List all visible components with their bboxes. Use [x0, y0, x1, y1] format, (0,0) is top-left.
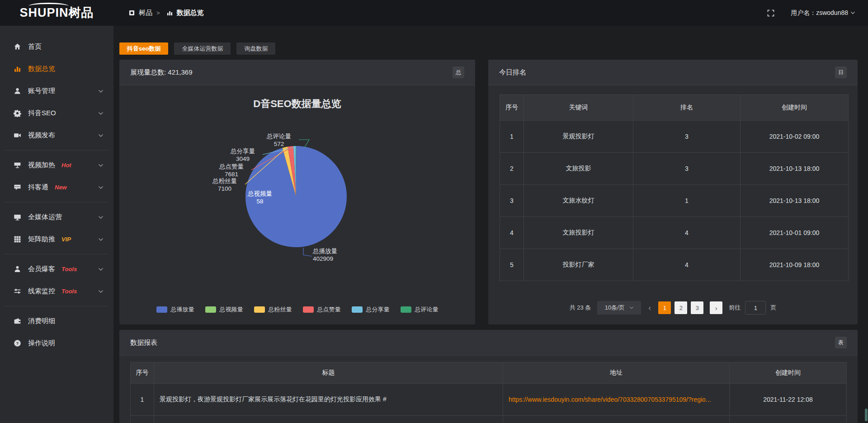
overview-panel: 展现量总数: 421,369 总 D音SEO数据量总览 总评论量 [119, 60, 475, 324]
legend-item[interactable]: 总点赞量 [303, 306, 341, 314]
next-page-button[interactable]: › [710, 301, 722, 314]
report-title-cell: 景观投影灯，夜游景观投影灯厂家展示展示落花灯在花园里的灯光投影应用效果 # [154, 384, 503, 416]
goto-page-input[interactable]: 1 [745, 301, 766, 315]
table-cell: 2 [500, 153, 524, 185]
tab-1[interactable]: 全媒体运营数据 [174, 42, 231, 55]
sidebar-item-matrix-boost[interactable]: 矩阵助推VIP [0, 228, 113, 250]
sidebar-item-member-baoke[interactable]: 会员爆客Tools [0, 258, 113, 280]
page-button-1[interactable]: 1 [658, 301, 671, 314]
legend-label: 总点赞量 [317, 306, 341, 314]
sidebar-item-operation-guide[interactable]: ?操作说明 [0, 332, 113, 354]
legend-item[interactable]: 总分享量 [352, 306, 390, 314]
sidebar-item-label: 操作说明 [28, 339, 55, 348]
sidebar-item-label: 全媒体运营 [28, 213, 62, 221]
panels-row: 展现量总数: 421,369 总 D音SEO数据量总览 总评论量 [119, 60, 868, 324]
tab-bar: 抖音seo数据全媒体运营数据询盘数据 [119, 42, 868, 55]
wallet-icon [14, 317, 21, 325]
fullscreen-icon[interactable] [767, 9, 774, 17]
legend-item[interactable]: 总评论量 [401, 306, 439, 314]
chevron-down-icon [98, 289, 104, 294]
table-cell: 4 [500, 217, 524, 249]
video-camera-icon [14, 132, 21, 139]
table-cell: 投影灯厂家 [524, 249, 633, 281]
sidebar-item-douyin-seo[interactable]: 抖音SEO [0, 102, 113, 124]
app-logo: SHUPIN树品 [19, 7, 94, 19]
report-panel-header: 数据报表 表 [119, 330, 858, 356]
report-time-cell: 2021-11-22 12:08 [730, 384, 847, 416]
prev-page-button[interactable]: ‹ [647, 304, 652, 312]
chevron-down-icon [98, 163, 104, 168]
monitor-icon [14, 213, 21, 221]
sidebar-item-label: 视频加热 [28, 161, 55, 169]
legend-item[interactable]: 总视频量 [205, 306, 243, 314]
table-cell: 3 [633, 153, 741, 185]
pie-label-shares: 总分享量 3049 [222, 147, 263, 163]
sidebar-item-label: 矩阵助推 [28, 235, 55, 244]
sidebar-item-data-overview[interactable]: 数据总览 [0, 58, 113, 80]
sidebar-item-omni-media-operation[interactable]: 全媒体运营 [0, 206, 113, 228]
legend-item[interactable]: 总播放量 [156, 306, 194, 314]
breadcrumb-current: 数据总览 [177, 9, 204, 17]
scrollbar-thumb[interactable] [865, 409, 868, 421]
table-row: 4文旅投影灯42021-10-01 09:00 [500, 217, 849, 249]
sidebar-item-consumption-details[interactable]: 消费明细 [0, 310, 113, 332]
tab-2[interactable]: 询盘数据 [236, 42, 275, 55]
username-label: 用户名：zswodun88 [791, 9, 848, 17]
overview-panel-title: 展现量总数: 421,369 [130, 68, 193, 77]
page-size-select[interactable]: 10条/页 [597, 301, 641, 315]
table-cell: 文旅投影 [524, 153, 633, 185]
overview-corner-button[interactable]: 总 [453, 66, 464, 78]
pie-label-videos: 总视频量 58 [240, 190, 280, 205]
sidebar-divider [5, 150, 109, 150]
chat-bubble-icon [14, 183, 21, 191]
column-header: 关键词 [524, 95, 633, 121]
tab-0[interactable]: 抖音seo数据 [119, 42, 168, 55]
sidebar-item-label: 首页 [28, 42, 42, 51]
table-cell: 景观投影灯 [524, 121, 633, 153]
page-button-3[interactable]: 3 [691, 301, 703, 314]
sidebar-item-label: 会员爆客 [28, 265, 55, 273]
legend-item[interactable]: 总粉丝量 [254, 306, 292, 314]
column-header: 创建时间 [730, 362, 847, 384]
legend-marker [303, 306, 314, 313]
chart-legend: 总播放量总视频量总粉丝量总点赞量总分享量总评论量 [119, 306, 475, 314]
scrollbar[interactable] [864, 26, 868, 423]
breadcrumb: 树品 > 数据总览 [129, 9, 204, 17]
table-row: 2文旅投影32021-10-13 18:00 [500, 153, 849, 185]
breadcrumb-root[interactable]: 树品 [139, 9, 152, 17]
svg-text:?: ? [16, 341, 19, 346]
sidebar-item-label: 消费明细 [28, 317, 55, 325]
bar-chart-icon [14, 65, 21, 73]
legend-label: 总粉丝量 [269, 306, 292, 314]
sidebar-item-home[interactable]: 首页 [0, 36, 113, 58]
chevron-down-icon [98, 215, 104, 220]
report-corner-button[interactable]: 表 [835, 337, 847, 348]
table-cell: 文旅投影灯 [524, 217, 633, 249]
chevron-down-icon [98, 267, 104, 272]
sliders-icon [14, 287, 21, 295]
table-cell: 4 [633, 217, 741, 249]
grid-icon [14, 235, 21, 243]
column-header: 标题 [154, 362, 503, 384]
sidebar-item-label: 账号管理 [28, 87, 55, 95]
page-button-2[interactable]: 2 [675, 301, 687, 314]
sidebar-item-lead-monitoring[interactable]: 线索监控Tools [0, 280, 113, 302]
sidebar-divider [5, 306, 109, 306]
ranking-corner-button[interactable]: 日 [835, 66, 847, 78]
pagination: 共 23 条 10条/页 ‹ 123 › 前往 1 页 [488, 301, 858, 315]
table-row: 1景观投影灯，夜游景观投影灯厂家展示展示落花灯在花园里的灯光投影应用效果 #ht… [131, 384, 847, 416]
breadcrumb-chart-icon [167, 10, 173, 16]
user-menu[interactable]: 用户名：zswodun88 [791, 9, 855, 17]
chevron-down-icon [850, 10, 855, 15]
column-header: 地址 [503, 362, 730, 384]
table-cell: 1 [131, 384, 154, 416]
sidebar-item-douketong[interactable]: 抖客通New [0, 176, 113, 198]
report-link[interactable]: https://www.iesdouyin.com/share/video/70… [509, 396, 711, 403]
sidebar-item-video-heating[interactable]: 视频加热Hot [0, 154, 113, 176]
ranking-panel-title: 今日排名 [499, 68, 526, 77]
sidebar-item-video-publish[interactable]: 视频发布 [0, 124, 113, 146]
sidebar-item-account-management[interactable]: 账号管理 [0, 80, 113, 102]
sidebar-item-badge: Tools [61, 266, 77, 273]
pie-chart[interactable] [119, 85, 475, 324]
legend-marker [254, 306, 265, 313]
